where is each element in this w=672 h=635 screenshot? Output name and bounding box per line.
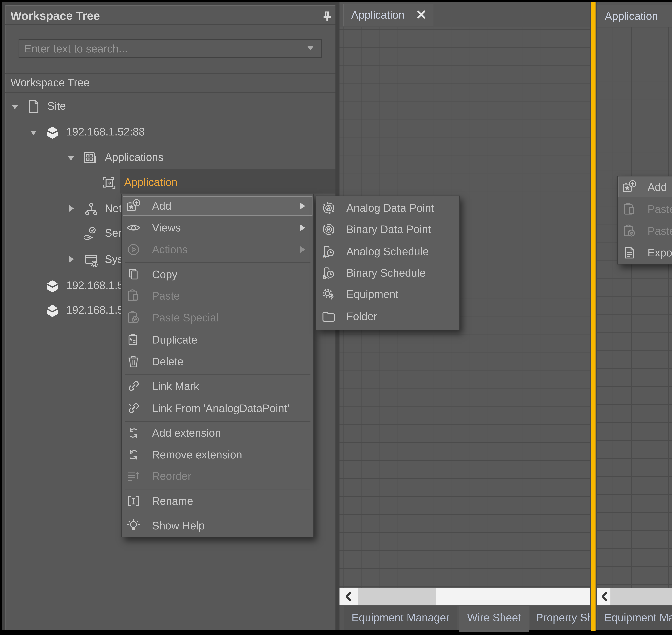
svg-text:A: A xyxy=(323,253,326,259)
svg-text:B: B xyxy=(323,274,326,280)
svg-text:A: A xyxy=(327,205,331,211)
svg-text:B: B xyxy=(327,226,331,233)
